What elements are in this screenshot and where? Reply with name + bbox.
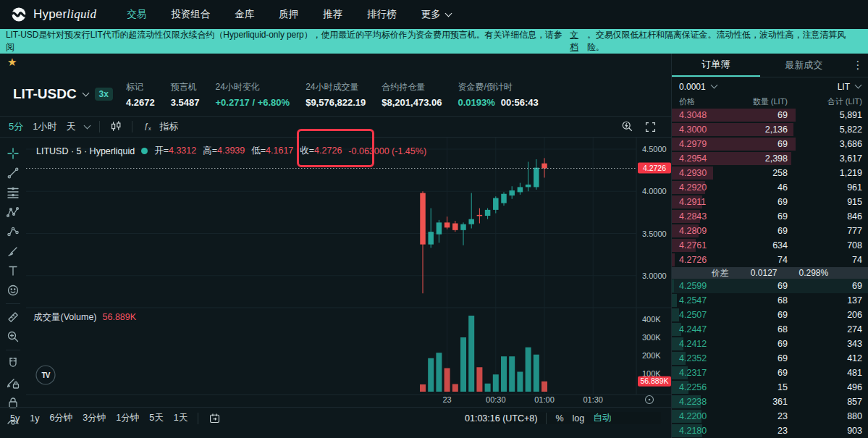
nav-portfolio[interactable]: 投资组合: [171, 8, 210, 21]
depth-bar: [672, 253, 675, 266]
orderbook-ask-row[interactable]: 4.29542,3983,617: [672, 151, 868, 166]
volume-tick: 200K: [642, 351, 661, 360]
price-tick: 3.0000: [642, 271, 667, 280]
drawing-lock-icon[interactable]: [4, 374, 22, 392]
nav-vaults[interactable]: 金库: [235, 8, 254, 21]
spread-row[interactable]: 价差 0.0127 0.298%: [672, 267, 868, 279]
log-scale-button[interactable]: log: [573, 413, 585, 424]
brush-icon[interactable]: [4, 243, 22, 260]
auto-scale-button[interactable]: 自动: [593, 412, 611, 424]
range-3m[interactable]: 3分钟: [83, 412, 106, 424]
nav-trade[interactable]: 交易: [127, 8, 146, 21]
fullscreen-icon[interactable]: [644, 121, 657, 133]
size: 258: [772, 166, 788, 180]
orderbook-bid-row[interactable]: 4.250769206: [672, 308, 868, 322]
tab-order-book[interactable]: 订单簿: [672, 54, 760, 77]
emoji-icon[interactable]: [4, 282, 22, 299]
ruler-icon[interactable]: [4, 308, 22, 326]
docs-link[interactable]: 文档: [570, 29, 587, 54]
orderbook-bid-row[interactable]: 4.231769481: [672, 366, 868, 380]
percent-scale-button[interactable]: %: [555, 413, 563, 424]
nav-leaderboard[interactable]: 排行榜: [367, 8, 397, 21]
interval-1d[interactable]: 天: [66, 120, 75, 133]
price: 4.2547: [679, 293, 707, 308]
star-icon[interactable]: ★: [7, 56, 17, 69]
volume-bar: [485, 384, 491, 392]
size: 68: [778, 293, 788, 308]
orderbook-bid-row[interactable]: 4.241269343: [672, 337, 868, 351]
price: 4.2761: [679, 238, 707, 253]
unit-select[interactable]: LIT: [838, 82, 861, 92]
flash-zoom-icon[interactable]: [621, 120, 634, 133]
orderbook-ask-row[interactable]: 4.291169915: [672, 195, 868, 209]
volume-bar: [509, 356, 515, 392]
orderbook-ask-row[interactable]: 4.3048695,891: [672, 108, 868, 122]
chevron-down-icon[interactable]: [84, 122, 91, 129]
tab-recent-trades[interactable]: 最新成交: [760, 54, 848, 77]
range-1d[interactable]: 1天: [174, 412, 187, 424]
legend-title: LITUSD · 5 · Hyperliquid: [36, 146, 135, 156]
text-tool-icon[interactable]: [4, 262, 22, 279]
depth-bar: [672, 308, 679, 321]
range-5d[interactable]: 5天: [149, 412, 163, 424]
size: 69: [778, 224, 788, 238]
orderbook-bid-row[interactable]: 4.218023903: [672, 424, 868, 438]
symbol-selector[interactable]: LIT-USDC 3x: [13, 86, 113, 102]
zoom-in-icon[interactable]: [4, 328, 22, 345]
nav-more[interactable]: 更多: [421, 8, 451, 21]
orderbook-ask-row[interactable]: 4.29302581,219: [672, 166, 868, 180]
volume-tick: 300K: [642, 333, 661, 342]
orderbook-bid-row[interactable]: 4.25996969: [672, 279, 868, 293]
asks-list: 4.3048695,8914.30002,1365,8224.2979693,6…: [672, 108, 868, 267]
indicators-button[interactable]: ƒx 指标: [142, 120, 178, 133]
chart-area: 4.50004.00003.50003.0000400K300K200K100K…: [0, 138, 671, 438]
orderbook-ask-row[interactable]: 4.2761634708: [672, 238, 868, 253]
orderbook-bid-row[interactable]: 4.225615496: [672, 380, 868, 395]
volume-bar: [493, 374, 499, 392]
tick-size-select[interactable]: 0.0001: [679, 82, 717, 92]
orderbook-ask-row[interactable]: 4.280969777: [672, 224, 868, 238]
candle: [468, 219, 474, 224]
chart-clock[interactable]: 01:03:16 (UTC+8): [465, 413, 537, 424]
interval-5m[interactable]: 5分: [9, 120, 23, 133]
candle-style-icon[interactable]: [109, 120, 122, 133]
range-1m[interactable]: 1分钟: [116, 412, 139, 424]
orderbook-bid-row[interactable]: 4.2238361857: [672, 395, 868, 409]
price-chart[interactable]: 4.50004.00003.50003.0000400K300K200K100K…: [26, 138, 672, 407]
orderbook-ask-row[interactable]: 4.30002,1365,822: [672, 122, 868, 137]
range-1y[interactable]: 1y: [30, 413, 39, 424]
size: 69: [778, 195, 788, 209]
orderbook-bid-row[interactable]: 4.254768137: [672, 293, 868, 308]
brand[interactable]: Hyperliquid: [10, 6, 96, 23]
funding-countdown: 00:56:43: [501, 97, 539, 108]
total: 903: [847, 424, 862, 438]
orderbook-ask-row[interactable]: 4.292046961: [672, 180, 868, 195]
total: 496: [847, 380, 862, 395]
xabcd-pattern-icon[interactable]: [4, 203, 22, 221]
time-tick: 23: [442, 395, 451, 404]
orderbook-ask-row[interactable]: 4.27267474: [672, 253, 868, 267]
orderbook-ask-row[interactable]: 4.2979693,686: [672, 137, 868, 151]
calendar-icon[interactable]: [208, 412, 221, 424]
forecast-icon[interactable]: [4, 223, 22, 240]
orderbook-bid-row[interactable]: 4.235269412: [672, 351, 868, 366]
size: 23: [778, 409, 788, 424]
interval-1h[interactable]: 1小时: [33, 120, 56, 133]
magnet-icon[interactable]: [4, 355, 22, 372]
range-6m[interactable]: 6分钟: [49, 412, 72, 424]
crosshair-icon[interactable]: [4, 145, 22, 162]
dots-menu-icon[interactable]: ⋮: [848, 54, 868, 77]
trend-line-icon[interactable]: [4, 164, 22, 182]
nav-staking[interactable]: 质押: [279, 8, 298, 21]
orderbook-bid-row[interactable]: 4.220023880: [672, 409, 868, 424]
orderbook-bid-row[interactable]: 4.244768274: [672, 322, 868, 337]
price: 4.2954: [679, 151, 707, 166]
fib-retracement-icon[interactable]: [4, 184, 22, 201]
svg-text:x: x: [148, 125, 151, 132]
nav-referrals[interactable]: 推荐: [323, 8, 342, 21]
chart-legend: LITUSD · 5 · Hyperliquid 开=4.3312 高=4.39…: [36, 145, 426, 157]
time-tick: 00:30: [486, 395, 506, 404]
range-5y[interactable]: 5y: [10, 413, 20, 424]
total: 206: [847, 308, 862, 322]
orderbook-ask-row[interactable]: 4.284369846: [672, 209, 868, 224]
